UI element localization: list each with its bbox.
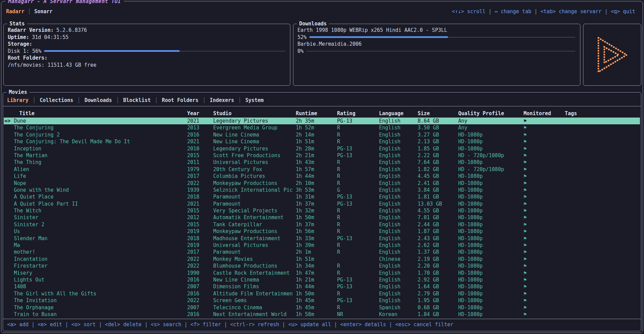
cell-studio: Very Special Projects bbox=[213, 207, 295, 214]
table-row[interactable]: Sinister 22015Tank Caterpillar1h 37mREng… bbox=[4, 221, 640, 228]
cell-studio: Tank Caterpillar bbox=[213, 221, 295, 228]
table-row[interactable]: Life2017Columbia Pictures1h 44mREnglish4… bbox=[4, 173, 640, 180]
cell-language: English bbox=[379, 228, 400, 235]
monitored-flag-icon: ⚑ bbox=[524, 214, 527, 221]
cell-runtime: 1h 39m bbox=[296, 242, 314, 249]
table-row[interactable]: Sinister2012Automatik Entertainment1h 50… bbox=[4, 214, 640, 221]
table-row[interactable]: Train to Busan2016Next Entertainment Wor… bbox=[4, 311, 640, 318]
table-row[interactable]: Incantation2022Monkey Movies1h 51mChines… bbox=[4, 256, 640, 263]
table-row[interactable]: The Thing2011Universal Pictures1h 43mREn… bbox=[4, 159, 640, 166]
monitored-flag-icon: ⚑ bbox=[524, 270, 527, 276]
table-row[interactable]: The Girl with All the Gifts2016Altitude … bbox=[4, 290, 640, 297]
table-row[interactable]: Alien197920th Century Fox1h 57mREnglish1… bbox=[4, 166, 640, 173]
cell-studio: Scott Free Productions bbox=[213, 152, 295, 159]
cell-year: 2017 bbox=[187, 249, 199, 255]
table-row[interactable]: The Invitation2022Screen Gems1h 45mPG-13… bbox=[4, 297, 640, 304]
cell-studio: Castle Rock Entertainment bbox=[213, 270, 295, 276]
servarr-tab-sonarr[interactable]: Sonarr bbox=[34, 8, 52, 15]
table-row[interactable]: Slender Man2018Madhouse Entertainment1h … bbox=[4, 235, 640, 242]
bottom-help-bar: <a> add | <e> edit | <o> sort | <del> de… bbox=[7, 319, 453, 330]
tab-root-folders[interactable]: Root Folders bbox=[162, 97, 198, 104]
cell-title: Misery bbox=[14, 270, 32, 276]
table-row[interactable]: Lights Out2016New Line Cinema1h 21mPG-13… bbox=[4, 276, 640, 283]
disk-label: Disk 1: 56% bbox=[8, 48, 41, 55]
cell-size: 3.84 GB bbox=[418, 187, 439, 193]
cell-quality-profile: HD-1080p bbox=[458, 242, 483, 249]
table-row[interactable]: The Conjuring2013Evergreen Media Group1h… bbox=[4, 124, 640, 131]
cell-quality-profile: HD-1080p bbox=[458, 131, 483, 138]
monitored-flag-icon: ⚑ bbox=[524, 311, 527, 318]
table-row[interactable]: Ma2019Universal Pictures1h 39mREnglish2.… bbox=[4, 242, 640, 249]
column-header-rating: Rating bbox=[337, 110, 355, 117]
monitored-flag-icon: ⚑ bbox=[524, 201, 527, 207]
cell-quality-profile: HD-1080p bbox=[458, 180, 483, 187]
monitored-flag-icon: ⚑ bbox=[524, 131, 527, 138]
cell-title: Lights Out bbox=[14, 276, 44, 283]
cell-year: 2010 bbox=[187, 145, 199, 152]
cell-studio: Altitude Film Entertainmen bbox=[213, 290, 295, 297]
cell-language: English bbox=[379, 242, 400, 249]
cell-runtime: 1h 57m bbox=[296, 166, 314, 173]
monitored-flag-icon: ⚑ bbox=[524, 276, 527, 283]
column-header-monitored: Monitored bbox=[524, 110, 551, 117]
tab-separator: │ bbox=[238, 97, 241, 104]
logo-panel bbox=[583, 24, 641, 86]
cell-rating: PG-13 bbox=[337, 193, 352, 200]
table-row[interactable]: The Conjuring: The Devil Made Me Do It20… bbox=[4, 138, 640, 145]
cell-rating: R bbox=[337, 138, 340, 145]
download-item-progress: 52% bbox=[297, 34, 576, 41]
cell-runtime: 2h 14m bbox=[296, 131, 314, 138]
cell-language: English bbox=[379, 276, 400, 283]
servarr-tab-radarr[interactable]: Radarr bbox=[6, 8, 24, 15]
cell-quality-profile: HD-1080p bbox=[458, 297, 483, 304]
tab-blocklist[interactable]: Blocklist bbox=[123, 97, 151, 104]
cell-runtime: 1h 45m bbox=[296, 304, 314, 311]
table-row[interactable]: Gone with the Wind1939Selznick Internati… bbox=[4, 187, 640, 193]
tab-system[interactable]: System bbox=[245, 97, 264, 104]
cell-runtime: 1h 56m bbox=[296, 228, 314, 235]
table-row[interactable]: Firestarter2022Blumhouse Productions1h 3… bbox=[4, 263, 640, 269]
cell-quality-profile: HD-1080p bbox=[458, 283, 483, 290]
cell-title: mother! bbox=[14, 249, 35, 255]
cell-rating: NR bbox=[337, 311, 343, 318]
table-row[interactable]: The Witch2015Very Special Projects1h 32m… bbox=[4, 207, 640, 214]
cell-title: Nope bbox=[14, 180, 26, 187]
cell-studio: Paramount bbox=[213, 193, 295, 200]
tab-separator: │ bbox=[116, 97, 119, 104]
monitored-flag-icon: ⚑ bbox=[524, 263, 527, 269]
cell-rating: PG-13 bbox=[337, 201, 352, 207]
column-header-size: Size bbox=[418, 110, 430, 117]
table-row[interactable]: =>Dune2021Legendary Pictures2h 35mPG-13E… bbox=[4, 118, 640, 124]
cell-quality-profile: HD-1080p bbox=[458, 249, 483, 255]
tab-collections[interactable]: Collections bbox=[40, 97, 73, 104]
cell-language: English bbox=[379, 214, 400, 221]
table-row[interactable]: Us2019Monkeypaw Productions1h 56mREnglis… bbox=[4, 228, 640, 235]
table-row[interactable]: A Quiet Place2018Paramount1h 31mPG-13Eng… bbox=[4, 193, 640, 200]
cell-quality-profile: HD - 720p/1080p bbox=[458, 166, 504, 173]
cell-size: 1.37 GB bbox=[418, 249, 439, 255]
cell-runtime: 1h 33m bbox=[296, 235, 314, 242]
cell-language: English bbox=[379, 152, 400, 159]
tab-downloads[interactable]: Downloads bbox=[85, 97, 112, 104]
cell-studio: New Line Cinema bbox=[213, 131, 295, 138]
table-row[interactable]: 14082007Dimension Films1h 44mPG-13Englis… bbox=[4, 283, 640, 290]
table-row[interactable]: A Quiet Place Part II2021Paramount1h 37m… bbox=[4, 201, 640, 207]
tab-library[interactable]: Library bbox=[7, 97, 28, 104]
cell-title: Inception bbox=[14, 145, 41, 152]
table-row[interactable]: Inception2010Legendary Pictures2h 28mPG-… bbox=[4, 145, 640, 152]
table-row[interactable]: The Orphanage2007Telecinco Cinema1h 45mR… bbox=[4, 304, 640, 311]
cell-studio: Columbia Pictures bbox=[213, 173, 295, 180]
tab-indexers[interactable]: Indexers bbox=[210, 97, 234, 104]
cell-runtime: 1h 44m bbox=[296, 173, 314, 180]
table-row[interactable]: Nope2022Monkeypaw Productions2h 10mREngl… bbox=[4, 180, 640, 187]
cell-size: 2.44 GB bbox=[418, 221, 439, 228]
cell-runtime: 1h 44m bbox=[296, 283, 314, 290]
cell-size: 2.19 GB bbox=[418, 256, 439, 263]
table-row[interactable]: The Conjuring 22016New Line Cinema2h 14m… bbox=[4, 131, 640, 138]
table-row[interactable]: mother!2017Paramount2h 1mREnglish1.37 GB… bbox=[4, 249, 640, 255]
cell-studio: New Line Cinema bbox=[213, 276, 295, 283]
table-row[interactable]: Misery1990Castle Rock Entertainment1h 47… bbox=[4, 270, 640, 276]
table-row[interactable]: The Martian2015Scott Free Productions2h … bbox=[4, 152, 640, 159]
cell-runtime: 1h 37m bbox=[296, 201, 314, 207]
cell-title: The Conjuring 2 bbox=[14, 131, 60, 138]
